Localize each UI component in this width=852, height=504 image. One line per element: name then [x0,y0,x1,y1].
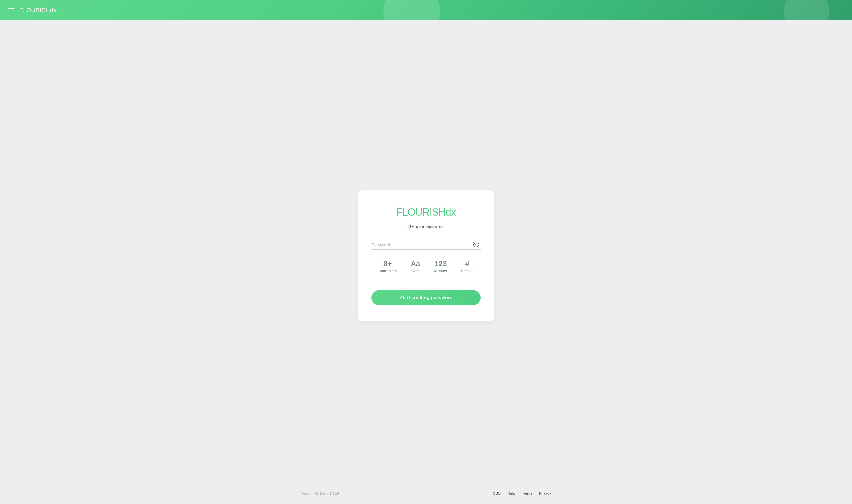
main-content: FLOURISHdx Set up a password 8+ Characte… [0,20,852,486]
start-creating-password-button[interactable]: Start creating password [371,290,481,305]
password-input-wrapper [371,240,481,250]
eye-off-icon [473,242,480,248]
footer-sso-link[interactable]: SSO [493,491,501,496]
req-number-icon: 123 [435,260,447,267]
req-case: Aa Case [411,260,420,273]
header-logo-bold: FLOURISH [19,6,50,14]
version-text: Version: 38, Build: 1.3.18 [301,491,339,496]
req-characters: 8+ Characters [379,260,397,273]
req-case-label: Case [411,269,420,273]
req-characters-label: Characters [379,269,397,273]
req-special-icon: # [466,260,469,267]
menu-icon[interactable] [8,8,14,13]
footer-help-link[interactable]: Help [507,491,515,496]
password-requirements: 8+ Characters Aa Case 123 Number # Speci… [371,260,481,273]
password-input[interactable] [371,240,481,250]
req-number-label: Number [434,269,447,273]
card-logo: FLOURISHdx [396,206,456,218]
card-logo-light: dx [446,206,456,218]
req-characters-icon: 8+ [383,260,392,267]
req-case-icon: Aa [411,260,420,267]
app-header: FLOURISHdx [0,0,852,20]
password-setup-card: FLOURISHdx Set up a password 8+ Characte… [358,191,494,321]
footer-privacy-link[interactable]: Privacy [539,491,551,496]
card-logo-bold: FLOURISH [396,206,446,218]
header-logo-light: dx [50,6,56,14]
card-subtitle: Set up a password [408,224,444,229]
footer-links: SSO Help Terms Privacy [493,491,551,496]
req-number: 123 Number [434,260,447,273]
page-footer: Version: 38, Build: 1.3.18 SSO Help Term… [290,486,562,504]
req-special-label: Special [461,269,473,273]
header-logo: FLOURISHdx [19,6,56,14]
footer-terms-link[interactable]: Terms [522,491,532,496]
toggle-password-visibility-button[interactable] [472,241,481,249]
req-special: # Special [461,260,473,273]
